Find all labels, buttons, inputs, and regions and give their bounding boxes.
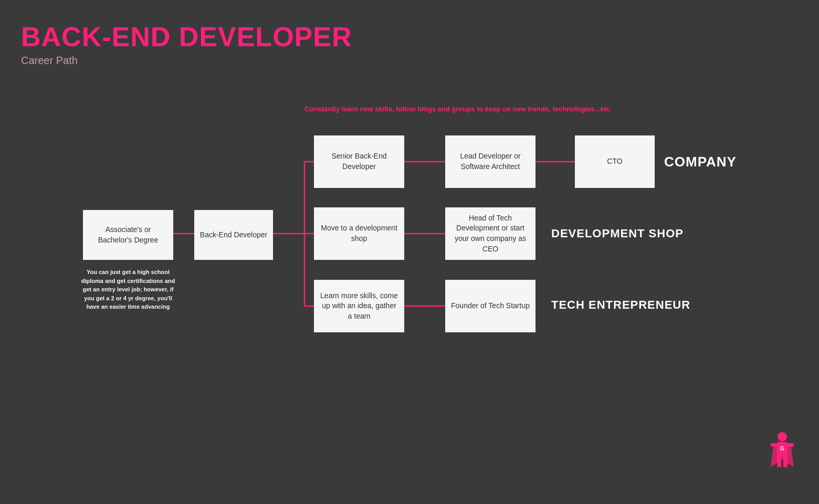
senior-dev-box: Senior Back-End Developer: [314, 135, 404, 188]
svg-rect-14: [771, 443, 777, 447]
head-tech-box: Head of Tech Development or start your o…: [445, 207, 536, 260]
cto-box: CTO: [575, 135, 655, 188]
dev-shop-path-box: Move to a development shop: [314, 207, 404, 260]
main-title: BACK-END DEVELOPER: [21, 21, 352, 52]
tech-entrepreneur-label: TECH ENTREPRENEUR: [551, 298, 690, 312]
note-text: You can just get a high school diploma a…: [78, 268, 178, 311]
dev-shop-label: DEVELOPMENT SHOP: [551, 227, 684, 240]
founder-box: Founder of Tech Startup: [445, 280, 536, 332]
company-label: COMPANY: [664, 154, 737, 170]
superhero-icon: G: [766, 430, 798, 472]
learn-tip: Constantly learn new skills, follow blog…: [304, 105, 610, 113]
svg-rect-15: [788, 443, 794, 447]
lead-dev-box: Lead Developer or Software Architect: [445, 135, 536, 188]
svg-rect-12: [777, 456, 781, 467]
svg-text:G: G: [780, 446, 784, 452]
subtitle: Career Path: [21, 55, 352, 67]
svg-point-10: [778, 432, 787, 442]
svg-rect-13: [783, 456, 788, 467]
page-header: BACK-END DEVELOPER Career Path: [21, 21, 352, 67]
backend-dev-box: Back-End Developer: [194, 210, 273, 260]
degree-box: Associate's or Bachelor's Degree: [83, 210, 173, 260]
skills-idea-box: Learn more skills, come up with an idea,…: [314, 280, 404, 332]
